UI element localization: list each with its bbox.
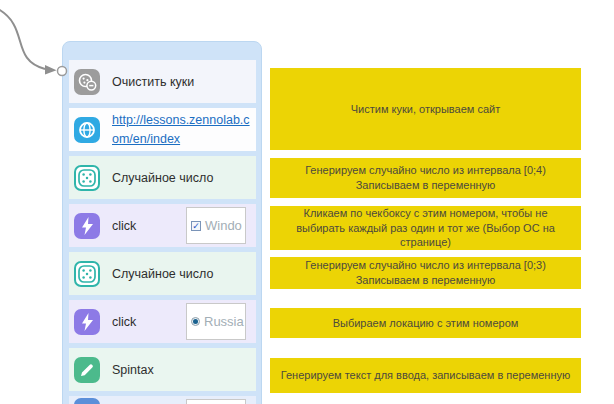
globe-icon xyxy=(74,117,100,143)
comment-note[interactable]: Кликаем по чекбоксу с этим номером, чтоб… xyxy=(270,206,581,250)
target-url-link[interactable]: http://lessons.zennolab.com/en/index xyxy=(112,111,250,147)
comment-note[interactable]: Генерируем случайно число из интервала [… xyxy=(270,158,581,198)
action-block-partial[interactable] xyxy=(69,396,256,404)
comment-note[interactable]: Выбираем локацию с этим номером xyxy=(270,308,581,338)
element-screenshot-thumb: Russia xyxy=(186,303,246,340)
action-label: click xyxy=(112,219,136,233)
comment-note[interactable]: Генерируем текст для ввода, записываем в… xyxy=(270,358,581,393)
set-value-icon xyxy=(74,398,100,404)
checkbox-icon: ✓ xyxy=(191,221,201,231)
thumb-label: Windo xyxy=(205,218,242,233)
action-block-spintax[interactable]: Spintax xyxy=(69,348,256,391)
radio-icon xyxy=(191,317,200,326)
comment-note[interactable]: Чистим куки, открываем сайт xyxy=(270,68,581,150)
thumb-label: Russia xyxy=(204,314,244,329)
action-block-random-number-2[interactable]: Случайное число xyxy=(69,252,256,295)
action-block-goto-url[interactable]: http://lessons.zennolab.com/en/index xyxy=(69,108,256,151)
action-block-click-os-checkbox[interactable]: click ✓ Windo xyxy=(69,204,256,247)
action-label: Случайное число xyxy=(112,171,213,185)
action-block-random-number-1[interactable]: Случайное число xyxy=(69,156,256,199)
action-label: click xyxy=(112,315,136,329)
dice-icon xyxy=(74,165,100,191)
arrowhead-icon xyxy=(45,65,57,75)
flow-group: Очистить куки http://lessons.zennolab.co… xyxy=(62,41,262,404)
cookie-icon xyxy=(74,69,100,95)
element-screenshot-thumb: ✓ Windo xyxy=(186,207,246,244)
lightning-icon xyxy=(74,213,100,239)
action-block-click-location-radio[interactable]: click Russia xyxy=(69,300,256,343)
action-label: Очистить куки xyxy=(112,75,194,89)
element-screenshot-thumb xyxy=(186,399,246,404)
comment-note[interactable]: Генерируем случайно число из интервала [… xyxy=(270,257,581,289)
action-label: Spintax xyxy=(112,363,154,377)
action-label: Случайное число xyxy=(112,267,213,281)
pencil-icon xyxy=(74,357,100,383)
flow-editor-canvas: { "palette": { "group_bg": "#cfe3f8", "n… xyxy=(0,0,614,404)
lightning-icon xyxy=(74,309,100,335)
dice-icon xyxy=(74,261,100,287)
action-block-clear-cookies[interactable]: Очистить куки xyxy=(69,60,256,103)
